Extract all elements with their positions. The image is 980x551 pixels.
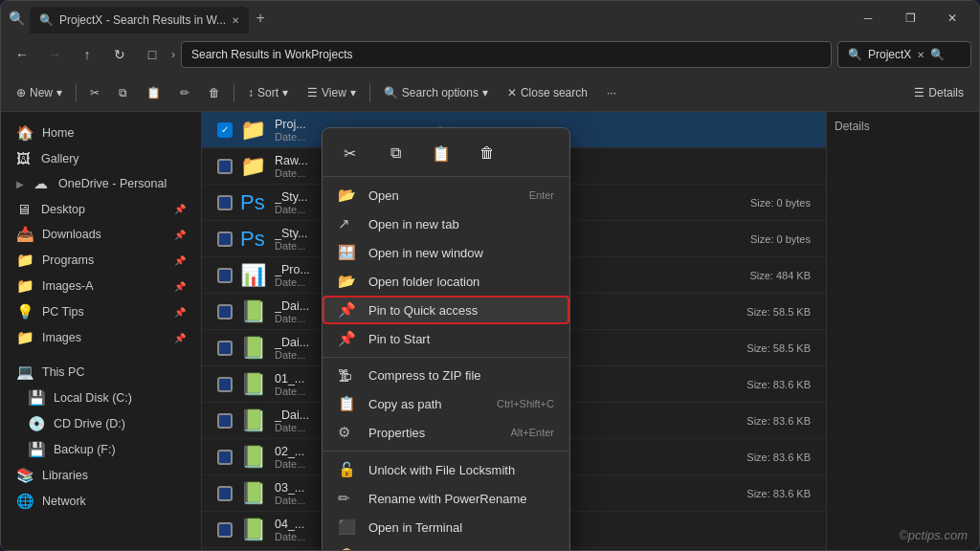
folder-location-icon: 📂 [338,273,357,290]
ctx-pin-start[interactable]: 📌 Pin to Start [323,324,569,353]
file-size: Size: 83.6 KB [734,452,811,463]
watermark: ©pctips.com [899,528,968,542]
sort-icon: ↕ [248,86,254,99]
file-checkbox[interactable] [217,413,233,429]
ctx-unlock-locksmith[interactable]: 🔓 Unlock with File Locksmith [323,455,569,484]
sidebar-item-programs[interactable]: 📁 Programs 📌 [5,248,197,273]
pin-quick-access-icon: 📌 [338,301,357,319]
file-checkbox[interactable] [217,304,233,320]
localdisk-icon: 💾 [28,389,46,407]
copy-path-icon: 📋 [338,395,357,412]
minimize-btn[interactable]: ─ [849,5,887,32]
copy-btn[interactable]: ⧉ [111,82,135,103]
ctx-open-new-tab[interactable]: ↗ Open in new tab [323,209,569,238]
new-tab-btn[interactable]: + [249,7,272,30]
onedrive-icon: ☁ [33,175,51,192]
ctx-compress-label: Compress to ZIP file [368,368,554,383]
file-checkbox[interactable] [217,195,233,210]
ctx-pin-quick-access[interactable]: 📌 Pin to Quick access [323,296,569,324]
search-magnifier-icon[interactable]: 🔍 [930,48,945,61]
ctx-open[interactable]: 📂 Open Enter [323,181,569,209]
file-checkbox[interactable] [217,450,233,465]
sidebar-label-onedrive: OneDrive - Personal [58,177,167,190]
maximize-btn[interactable]: ❐ [891,5,929,32]
open-icon: 📂 [338,187,357,204]
close-search-label: Close search [521,86,588,99]
file-checkbox[interactable] [217,268,233,283]
ctx-properties[interactable]: ⚙ Properties Alt+Enter [323,418,569,447]
sidebar-item-backup[interactable]: 💾 Backup (F:) [5,437,197,462]
more-btn[interactable]: ··· [599,82,624,103]
sidebar: 🏠 Home 🖼 Gallery ▶ ☁ OneDrive - Personal… [1,112,202,550]
delete-icon: 🗑 [209,86,220,99]
close-btn[interactable]: ✕ [933,5,971,32]
close-search-btn[interactable]: ✕ Close search [500,82,595,103]
sidebar-item-downloads[interactable]: 📥 Downloads 📌 [5,222,197,247]
ctx-winrar[interactable]: 📦 WinRAR › [323,541,569,551]
ctx-sep-1 [323,357,569,358]
pin-start-icon: 📌 [338,330,357,347]
sidebar-item-desktop[interactable]: 🖥 Desktop 📌 [5,197,197,221]
file-checkbox[interactable] [217,522,233,538]
sidebar-item-localdisk[interactable]: 💾 Local Disk (C:) [5,386,197,410]
ctx-delete-btn[interactable]: 🗑 [472,138,502,168]
search-box[interactable]: 🔍 ProjectX ✕ 🔍 [837,41,971,68]
ctx-copy-path[interactable]: 📋 Copy as path Ctrl+Shift+C [323,389,569,418]
up-btn[interactable]: ↑ [74,41,100,68]
file-checkbox[interactable] [217,231,233,247]
view-btn[interactable]: ☰ View ▾ [300,82,364,103]
sidebar-item-images[interactable]: 📁 Images 📌 [5,325,197,350]
sidebar-item-pc-tips[interactable]: 💡 PC Tips 📌 [5,299,197,324]
search-options-btn[interactable]: 🔍 Search options ▾ [376,82,496,103]
paste-btn[interactable]: 📋 [139,82,168,103]
sidebar-item-network[interactable]: 🌐 Network [5,489,197,514]
more-icon: ··· [607,86,616,99]
toggle-pane-btn[interactable]: □ [139,41,166,68]
ctx-cut-btn[interactable]: ✂ [334,138,365,168]
network-icon: 🌐 [16,493,34,510]
tab-close-btn[interactable]: ✕ [232,15,239,26]
active-tab[interactable]: 🔍 ProjectX - Search Results in W... ✕ [30,7,249,33]
breadcrumb-arrow: › [171,48,175,61]
sidebar-item-cddrive[interactable]: 💿 CD Drive (D:) [5,411,197,436]
sidebar-item-home[interactable]: 🏠 Home [5,121,197,145]
file-checkbox[interactable] [217,377,233,392]
sort-arrow-icon: ▾ [282,86,288,99]
ctx-open-terminal[interactable]: ⬛ Open in Terminal [323,513,569,541]
location-bar[interactable]: Search Results in WorkProjects [181,41,832,68]
sidebar-item-thispc[interactable]: 💻 This PC [5,360,197,385]
file-checkbox[interactable] [217,122,233,138]
programs-icon: 📁 [16,252,34,269]
rename-btn[interactable]: ✏ [172,82,197,103]
delete-btn[interactable]: 🗑 [201,82,228,103]
ps-icon-2: Ps [240,227,267,252]
ctx-copy-btn[interactable]: ⧉ [380,138,411,168]
sidebar-item-onedrive[interactable]: ▶ ☁ OneDrive - Personal [5,171,197,196]
sidebar-label-home: Home [42,126,74,140]
sidebar-item-images-a[interactable]: 📁 Images-A 📌 [5,274,197,298]
sidebar-item-gallery[interactable]: 🖼 Gallery [5,146,197,170]
context-menu: ✂ ⧉ 📋 🗑 📂 Open Enter ↗ Open in new tab 🪟… [322,127,570,551]
sort-btn[interactable]: ↕ Sort ▾ [240,82,296,103]
ctx-open-folder-location[interactable]: 📂 Open folder location [323,267,569,296]
new-btn[interactable]: ⊕ New ▾ [9,82,70,103]
forward-btn[interactable]: → [41,41,68,68]
ctx-compress-zip[interactable]: 🗜 Compress to ZIP file [323,362,569,389]
details-btn[interactable]: ☰ Details [906,82,971,103]
sidebar-label-gallery: Gallery [41,152,79,165]
back-btn[interactable]: ← [9,41,35,68]
properties-icon: ⚙ [338,424,357,441]
refresh-btn[interactable]: ↻ [106,41,133,68]
ctx-open-new-window[interactable]: 🪟 Open in new window [323,238,569,267]
sidebar-item-libraries[interactable]: 📚 Libraries [5,463,197,488]
file-checkbox[interactable] [217,159,233,174]
search-clear-btn[interactable]: ✕ [917,50,924,60]
file-explorer-window: 🔍 🔍 ProjectX - Search Results in W... ✕ … [0,0,980,551]
cut-btn[interactable]: ✂ [82,82,107,103]
ctx-rename-powerrename[interactable]: ✏ Rename with PowerRename [323,484,569,513]
ctx-paste-btn[interactable]: 📋 [426,138,457,168]
powerrename-icon: ✏ [338,490,357,507]
xlsx-icon-5: 📗 [240,445,267,470]
file-checkbox[interactable] [217,341,233,356]
file-checkbox[interactable] [217,486,233,501]
